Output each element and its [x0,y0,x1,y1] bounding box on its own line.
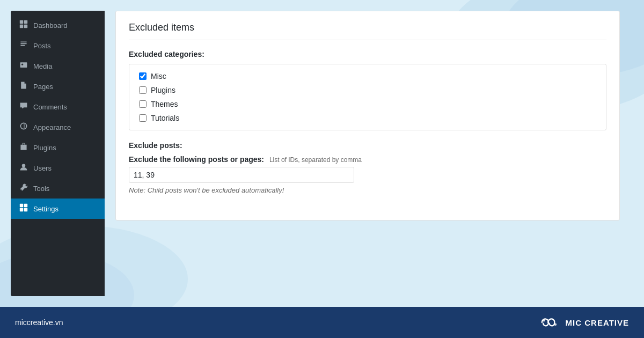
exclude-posts-group: Exclude posts: Exclude the following pos… [129,141,606,194]
svg-rect-15 [20,208,23,211]
main-area: Dashboard Posts Media Pages [0,0,644,307]
svg-rect-16 [24,208,27,211]
sidebar-item-appearance[interactable]: Appearance [11,117,105,137]
excluded-categories-group: Excluded categories: Misc Plugins The [129,50,606,130]
sidebar-item-plugins[interactable]: Plugins [11,137,105,158]
sidebar-label-tools: Tools [33,185,49,193]
svg-point-12 [22,164,25,167]
checkbox-themes[interactable]: Themes [139,100,596,108]
checkbox-misc-label: Misc [151,72,166,80]
exclude-posts-input[interactable] [129,167,354,183]
svg-rect-6 [24,20,27,24]
svg-point-10 [21,64,23,65]
sidebar-item-pages[interactable]: Pages [11,76,105,97]
footer-domain: miccreative.vn [15,318,63,327]
checkbox-plugins-label: Plugins [151,86,175,94]
footer: miccreative.vn MIC CREATIVE [0,307,644,338]
sidebar-item-dashboard[interactable]: Dashboard [11,15,105,35]
users-icon [18,163,29,173]
content-card: Excluded items Excluded categories: Misc… [115,11,620,221]
brand-logo-icon [540,316,560,329]
sidebar-label-media: Media [33,62,52,70]
sidebar-item-settings[interactable]: Settings [11,199,105,219]
posts-icon [18,40,29,51]
app-wrapper: Dashboard Posts Media Pages [0,0,644,338]
media-icon [18,61,29,71]
checkbox-tutorials-input[interactable] [139,114,147,122]
svg-rect-8 [24,25,27,28]
svg-rect-5 [20,20,23,24]
checkbox-container: Misc Plugins Themes Tutorials [129,64,606,130]
pages-icon [18,81,29,92]
section-title: Excluded items [129,22,606,40]
sidebar-label-plugins: Plugins [33,144,56,152]
exclude-posts-field-label: Exclude the following posts or pages: Li… [129,155,606,164]
excluded-categories-label: Excluded categories: [129,50,606,58]
sidebar-label-posts: Posts [33,42,51,50]
svg-rect-13 [20,204,23,207]
settings-icon [18,203,29,214]
footer-brand-name: MIC CREATIVE [566,318,629,327]
svg-rect-14 [24,204,27,207]
footer-brand: MIC CREATIVE [540,316,629,329]
sidebar-item-posts[interactable]: Posts [11,35,105,56]
sidebar-label-users: Users [33,164,52,172]
checkbox-tutorials[interactable]: Tutorials [139,114,596,122]
tools-icon [18,183,29,194]
sidebar-label-dashboard: Dashboard [33,21,68,30]
checkbox-themes-label: Themes [151,100,178,108]
svg-point-18 [554,324,557,326]
appearance-icon [18,122,29,133]
exclude-posts-row: Exclude the following posts or pages: Li… [129,155,606,183]
sidebar-label-settings: Settings [33,205,58,213]
sidebar-item-users[interactable]: Users [11,158,105,178]
sidebar-item-media[interactable]: Media [11,56,105,76]
checkbox-tutorials-label: Tutorials [151,114,179,122]
dashboard-icon [18,20,29,31]
sidebar-item-comments[interactable]: Comments [11,97,105,117]
svg-point-17 [543,319,545,322]
exclude-posts-hint: List of IDs, separated by comma [269,156,362,164]
sidebar-label-pages: Pages [33,83,53,91]
svg-rect-7 [20,25,23,28]
sidebar: Dashboard Posts Media Pages [11,11,105,296]
checkbox-themes-input[interactable] [139,100,147,108]
checkbox-plugins[interactable]: Plugins [139,86,596,94]
checkbox-misc-input[interactable] [139,72,147,80]
checkbox-plugins-input[interactable] [139,86,147,94]
exclude-posts-note: Note: Child posts won't be excluded auto… [129,186,606,194]
sidebar-label-comments: Comments [33,103,67,111]
plugins-icon [18,142,29,153]
content-area: Excluded items Excluded categories: Misc… [105,11,633,296]
sidebar-label-appearance: Appearance [33,123,71,131]
sidebar-item-tools[interactable]: Tools [11,178,105,199]
exclude-posts-label: Exclude posts: [129,141,606,150]
comments-icon [18,101,29,112]
checkbox-misc[interactable]: Misc [139,72,596,80]
